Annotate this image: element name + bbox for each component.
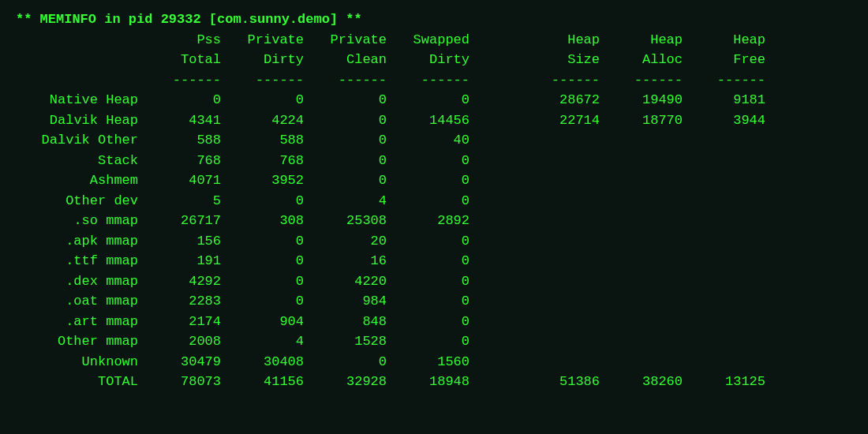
heap-free-value: [683, 211, 765, 231]
swapped-dirty-value: 1560: [387, 352, 470, 372]
table-row: TOTAL78073411563292818948513863826013125: [16, 372, 765, 392]
pss-total-value: 4292: [138, 271, 221, 292]
private-dirty-value: 4: [221, 331, 304, 352]
table-row: Stack76876800: [16, 151, 765, 171]
heap-alloc-value: [600, 191, 683, 211]
heap-alloc-value: [600, 352, 683, 372]
meminfo-header: ** MEMINFO in pid 29332 [com.sunny.demo]…: [16, 9, 852, 30]
heap-size-value: [517, 352, 600, 372]
private-dirty-value: 30408: [221, 352, 304, 372]
heap-size-value: [517, 331, 600, 352]
private-dirty-value: 0: [221, 90, 304, 110]
heap-size-value: [517, 191, 600, 211]
private-clean-value: 4220: [304, 271, 387, 292]
private-dirty-value: 308: [221, 211, 304, 231]
heap-free-value: 9181: [683, 90, 765, 110]
heap-size-value: [517, 271, 600, 292]
heap-alloc-value: [600, 331, 683, 352]
swapped-dirty-value: 14456: [387, 110, 470, 131]
private-dirty-value: 904: [221, 312, 304, 332]
column-header-row-2: Total Dirty Clean Dirty Size Alloc Free: [16, 50, 765, 70]
heap-size-value: [517, 291, 600, 312]
row-label: Other dev: [16, 191, 138, 211]
private-clean-value: 16: [304, 251, 387, 271]
private-dirty-value: 41156: [221, 372, 304, 392]
separator: ------: [221, 70, 304, 91]
table-row: .dex mmap4292042200: [16, 271, 765, 292]
swapped-dirty-value: 0: [387, 251, 470, 271]
heap-size-value: 28672: [517, 90, 600, 110]
col-heap-alloc-subheader: Alloc: [600, 50, 683, 70]
col-heap-alloc-header: Heap: [600, 30, 683, 51]
col-private-clean-subheader: Clean: [304, 50, 387, 70]
col-swapped-dirty-subheader: Dirty: [387, 50, 470, 70]
private-clean-value: 0: [304, 110, 387, 131]
private-dirty-value: 768: [221, 151, 304, 171]
row-label: .oat mmap: [16, 291, 138, 312]
heap-alloc-value: 38260: [600, 372, 683, 392]
pss-total-value: 26717: [138, 211, 221, 231]
row-label: Dalvik Heap: [16, 110, 138, 131]
swapped-dirty-value: 0: [387, 331, 470, 352]
table-row: Other dev5040: [16, 191, 765, 211]
private-clean-value: 0: [304, 170, 387, 191]
private-dirty-value: 0: [221, 251, 304, 271]
table-row: Dalvik Heap4341422401445622714187703944: [16, 110, 765, 131]
private-clean-value: 25308: [304, 211, 387, 231]
private-clean-value: 0: [304, 90, 387, 110]
heap-free-value: [683, 130, 765, 151]
pss-total-value: 2174: [138, 312, 221, 332]
column-separator-row: ------ ------ ------ ------ ------ -----…: [16, 70, 765, 91]
separator: ------: [517, 70, 600, 91]
swapped-dirty-value: 40: [387, 130, 470, 151]
heap-size-value: [517, 251, 600, 271]
heap-size-value: [517, 231, 600, 252]
heap-size-value: 22714: [517, 110, 600, 131]
separator: ------: [304, 70, 387, 91]
col-heap-free-header: Heap: [683, 30, 765, 51]
heap-free-value: [683, 231, 765, 252]
private-clean-value: 0: [304, 151, 387, 171]
swapped-dirty-value: 0: [387, 271, 470, 292]
swapped-dirty-value: 0: [387, 231, 470, 252]
private-clean-value: 20: [304, 231, 387, 252]
heap-free-value: 3944: [683, 110, 765, 131]
col-pss-header: Pss: [138, 30, 221, 51]
heap-alloc-value: [600, 130, 683, 151]
heap-size-value: [517, 170, 600, 191]
row-label: Dalvik Other: [16, 130, 138, 151]
swapped-dirty-value: 0: [387, 90, 470, 110]
private-dirty-value: 4224: [221, 110, 304, 131]
row-label: .apk mmap: [16, 231, 138, 252]
heap-free-value: [683, 151, 765, 171]
table-row: Native Heap000028672194909181: [16, 90, 765, 110]
swapped-dirty-value: 18948: [387, 372, 470, 392]
meminfo-table: Pss Private Private Swapped Heap Heap He…: [16, 30, 765, 392]
table-row: Other mmap2008415280: [16, 331, 765, 352]
heap-alloc-value: [600, 170, 683, 191]
row-label: Unknown: [16, 352, 138, 372]
heap-free-value: 13125: [683, 372, 765, 392]
col-heap-size-header: Heap: [517, 30, 600, 51]
private-clean-value: 1528: [304, 331, 387, 352]
heap-alloc-value: [600, 211, 683, 231]
pss-total-value: 768: [138, 151, 221, 171]
swapped-dirty-value: 0: [387, 151, 470, 171]
swapped-dirty-value: 0: [387, 312, 470, 332]
heap-size-value: [517, 312, 600, 332]
swapped-dirty-value: 2892: [387, 211, 470, 231]
row-label: .ttf mmap: [16, 251, 138, 271]
pss-total-value: 4071: [138, 170, 221, 191]
row-label: TOTAL: [16, 372, 138, 392]
heap-alloc-value: [600, 291, 683, 312]
col-private-dirty-header: Private: [221, 30, 304, 51]
heap-free-value: [683, 191, 765, 211]
heap-free-value: [683, 352, 765, 372]
table-row: .oat mmap228309840: [16, 291, 765, 312]
pss-total-value: 78073: [138, 372, 221, 392]
pss-total-value: 30479: [138, 352, 221, 372]
private-dirty-value: 0: [221, 271, 304, 292]
pss-total-value: 2008: [138, 331, 221, 352]
heap-free-value: [683, 312, 765, 332]
pss-total-value: 4341: [138, 110, 221, 131]
